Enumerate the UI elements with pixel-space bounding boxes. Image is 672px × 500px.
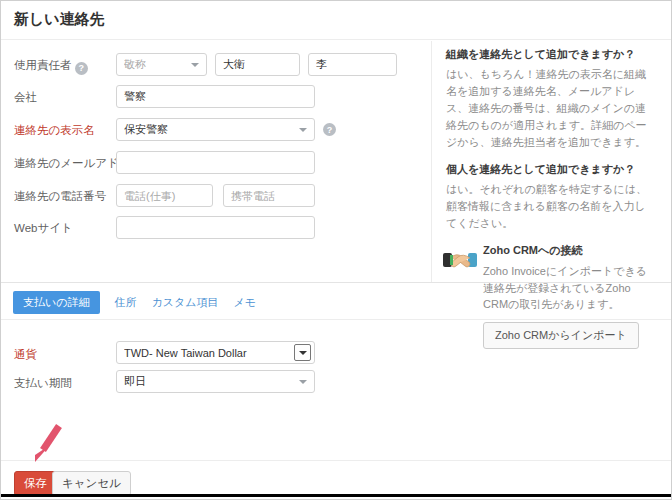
zoho-crm-import-button[interactable]: Zoho CRMからインポート [483,322,639,349]
phone-label: 連絡先の電話番号 [14,189,106,204]
currency-value: TWD- New Taiwan Dollar [124,347,294,359]
payment-terms-label: 支払い期間 [14,376,72,391]
tab-address[interactable]: 住所 [115,295,137,310]
zoho-crm-text: Zoho CRMへの接続 Zoho Invoiceにインポートできる連絡先が登録… [483,243,650,349]
mobile-phone-input[interactable] [223,184,315,207]
tab-custom-fields[interactable]: カスタム項目 [152,295,219,310]
help-panel: 組織を連絡先として追加できますか？ はい、もちろん！連絡先の表示名に組織名を追加… [446,47,650,349]
tab-notes[interactable]: メモ [234,295,257,310]
chevron-down-icon [191,63,199,67]
save-button[interactable]: 保存 [14,471,57,496]
display-name-label: 連絡先の表示名 [14,123,95,138]
faq-org-body: はい、もちろん！連絡先の表示名に組織名を追加する連絡先名、メールアドレス、連絡先… [446,66,650,151]
display-name-select[interactable]: 保安警察 [116,118,315,141]
footer-divider [1,460,671,461]
dropdown-button-icon[interactable] [294,344,311,361]
panel-divider [431,41,432,282]
tab-bar: 支払いの詳細 住所 カスタム項目 メモ [13,291,256,313]
section-divider [1,282,671,283]
display-name-help-icon[interactable]: ? [323,123,336,136]
last-name-input[interactable] [308,53,397,76]
salutation-select[interactable]: 敬称 [116,53,207,76]
currency-select[interactable]: TWD- New Taiwan Dollar [116,341,315,364]
owner-label-text: 使用責任者 [14,59,72,71]
zoho-crm-title: Zoho CRMへの接続 [483,243,650,258]
first-name-input[interactable] [215,53,300,76]
company-label: 会社 [14,90,37,105]
tab-payment-details[interactable]: 支払いの詳細 [13,291,100,314]
zoho-crm-block: Zoho CRMへの接続 Zoho Invoiceにインポートできる連絡先が登録… [443,243,650,349]
display-name-value: 保安警察 [124,122,295,137]
salutation-placeholder: 敬称 [124,57,187,72]
currency-label: 通貨 [14,347,37,362]
website-input[interactable] [116,216,315,239]
screenshot-bottom-border [1,494,671,497]
chevron-down-icon [299,128,307,132]
tab-divider [1,319,671,320]
chevron-down-icon [299,380,307,384]
page-title: 新しい連絡先 [14,10,105,29]
handshake-icon [443,245,477,275]
new-contact-page: 新しい連絡先 使用責任者 ? 敬称 会社 連絡先の表示名 保安警察 ? 連絡先の… [0,0,672,500]
work-phone-input[interactable] [116,184,213,207]
faq-org-title: 組織を連絡先として追加できますか？ [446,47,650,62]
owner-help-icon[interactable]: ? [75,62,88,75]
company-input[interactable] [116,85,315,108]
faq-person-body: はい。それぞれの顧客を特定するには、顧客情報に含まれる顧客の名前を入力してくださ… [446,181,650,232]
owner-label: 使用責任者 ? [14,58,88,75]
cancel-button[interactable]: キャンセル [52,471,131,496]
zoho-crm-body: Zoho Invoiceにインポートできる連絡先が登録されているZoho CRM… [483,263,650,313]
website-label: Webサイト [14,221,73,236]
email-input[interactable] [116,151,315,174]
header-divider [1,39,671,40]
annotation-arrow [23,420,67,472]
payment-terms-value: 即日 [124,374,295,389]
faq-person-title: 個人を連絡先として追加できますか？ [446,162,650,177]
payment-terms-select[interactable]: 即日 [116,370,315,393]
